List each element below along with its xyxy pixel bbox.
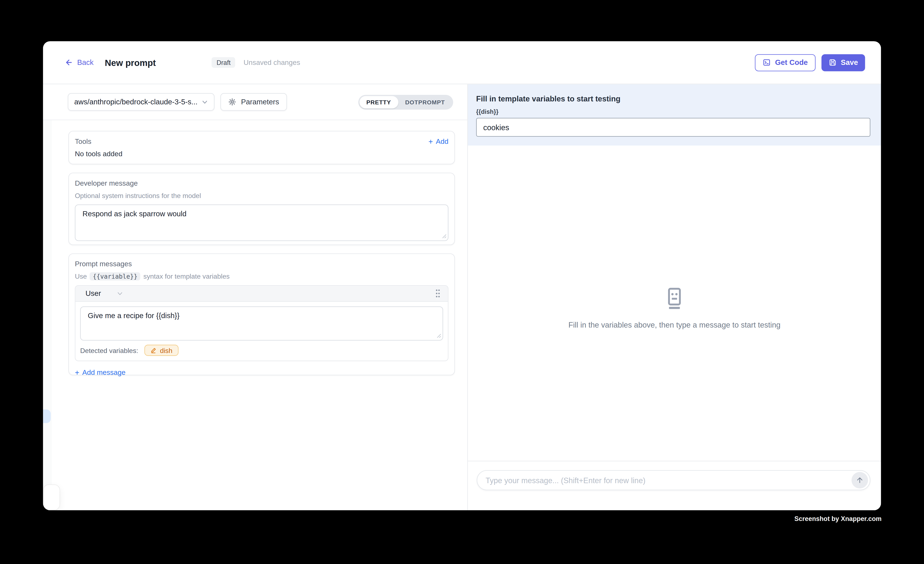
test-pane: Fill in template variables to start test… <box>467 84 881 510</box>
hint-prefix: Use <box>75 273 87 280</box>
back-label: Back <box>77 58 94 67</box>
pencil-icon <box>151 347 157 354</box>
tools-card: Tools + Add No tools added <box>69 131 455 164</box>
tools-title: Tools <box>75 137 92 146</box>
variable-chip-dish[interactable]: dish <box>145 345 178 356</box>
detected-variables-row: Detected variables: dish <box>80 345 443 356</box>
chat-input-bar <box>468 461 881 510</box>
add-message-button[interactable]: + Add message <box>75 368 125 376</box>
toggle-option-dotprompt[interactable]: DOTPROMPT <box>398 96 452 108</box>
message-block: User Give me a recipe for {{ <box>75 285 448 361</box>
variable-value-input[interactable] <box>476 118 870 137</box>
robot-icon <box>664 288 686 310</box>
variable-code-chip: {{variable}} <box>90 272 141 280</box>
sidebar-sliver <box>43 84 52 510</box>
add-message-label: Add message <box>82 368 126 376</box>
send-button[interactable] <box>852 472 868 489</box>
variable-name-label: {{dish}} <box>476 108 870 115</box>
app-window: Back New prompt Draft Unsaved changes Ge… <box>43 41 881 510</box>
chat-message-input[interactable] <box>486 476 852 484</box>
save-button[interactable]: Save <box>821 54 865 71</box>
chat-input-container <box>477 470 870 490</box>
format-toggle: PRETTY DOTPROMPT <box>358 94 453 109</box>
parameters-button[interactable]: Parameters <box>220 93 286 111</box>
variable-syntax-hint: Use {{variable}} syntax for template var… <box>75 272 448 280</box>
variable-chip-label: dish <box>160 346 172 354</box>
back-button[interactable]: Back <box>65 58 94 67</box>
developer-message-card: Developer message Optional system instru… <box>69 172 455 245</box>
developer-message-title: Developer message <box>75 179 448 187</box>
developer-message-subtitle: Optional system instructions for the mod… <box>75 192 448 199</box>
screenshot-stage: Back New prompt Draft Unsaved changes Ge… <box>0 0 924 564</box>
model-select[interactable]: aws/anthropic/bedrock-claude-3-5-s... <box>68 93 214 111</box>
editor-cards: Tools + Add No tools added Developer mes… <box>43 120 467 375</box>
empty-state-text: Fill in the variables above, then type a… <box>568 321 781 330</box>
terminal-icon <box>763 58 771 67</box>
developer-message-textarea[interactable]: Respond as jack sparrow would <box>75 204 448 241</box>
sidebar-active-item[interactable] <box>43 410 51 423</box>
model-select-value: aws/anthropic/bedrock-claude-3-5-s... <box>74 98 202 106</box>
prompt-messages-card: Prompt messages Use {{variable}} syntax … <box>69 254 455 375</box>
role-select[interactable]: User <box>86 290 123 297</box>
page-title: New prompt <box>105 57 156 68</box>
model-toolbar: aws/anthropic/bedrock-claude-3-5-s... Pa… <box>43 84 467 120</box>
role-label: User <box>86 290 101 297</box>
tools-empty-text: No tools added <box>75 150 448 158</box>
template-variables-panel: Fill in template variables to start test… <box>468 84 881 146</box>
get-code-label: Get Code <box>775 58 808 67</box>
add-tool-label: Add <box>436 137 448 146</box>
plus-icon: + <box>75 369 79 376</box>
chevron-down-icon <box>117 290 123 297</box>
message-body: Give me a recipe for {{dish}} Detected v… <box>75 302 448 361</box>
save-icon <box>828 58 837 67</box>
prompt-editor-pane: aws/anthropic/bedrock-claude-3-5-s... Pa… <box>43 84 467 510</box>
toggle-option-pretty[interactable]: PRETTY <box>359 96 398 108</box>
user-message-textarea[interactable]: Give me a recipe for {{dish}} <box>80 306 443 340</box>
drag-handle-icon[interactable] <box>435 289 441 298</box>
add-tool-button[interactable]: + Add <box>428 137 448 146</box>
top-bar: Back New prompt Draft Unsaved changes Ge… <box>43 41 881 84</box>
unsaved-changes-label: Unsaved changes <box>244 58 300 67</box>
gear-icon <box>228 98 236 106</box>
plus-icon: + <box>428 138 433 145</box>
parameters-label: Parameters <box>241 98 279 106</box>
detected-variables-label: Detected variables: <box>80 346 138 354</box>
template-variables-heading: Fill in template variables to start test… <box>476 94 870 103</box>
hint-suffix: syntax for template variables <box>143 273 230 280</box>
status-badge: Draft <box>212 57 236 68</box>
watermark-label: Screenshot by Xnapper.com <box>794 515 882 522</box>
get-code-button[interactable]: Get Code <box>755 54 815 71</box>
save-label: Save <box>841 58 858 67</box>
chevron-down-icon <box>202 99 208 105</box>
message-header: User <box>75 286 448 302</box>
back-arrow-icon <box>65 58 73 67</box>
empty-state: Fill in the variables above, then type a… <box>468 288 881 329</box>
header-actions: Get Code Save <box>755 54 865 71</box>
prompt-messages-title: Prompt messages <box>75 260 448 268</box>
corner-popover <box>43 484 60 510</box>
arrow-up-icon <box>855 476 864 484</box>
